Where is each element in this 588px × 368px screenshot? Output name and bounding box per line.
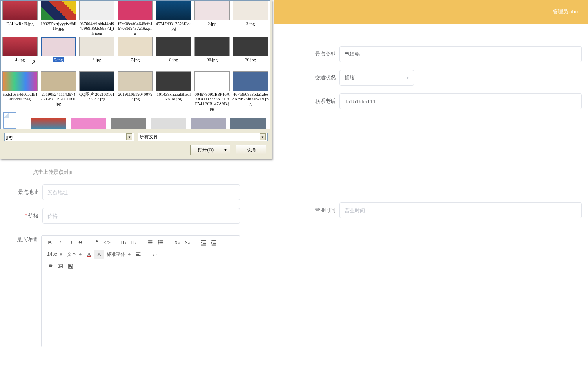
- hours-label: 营业时间: [308, 207, 336, 214]
- clear-icon[interactable]: Tx: [149, 250, 160, 259]
- file-item[interactable]: 3.jpg: [231, 1, 270, 37]
- file-item[interactable]: 201905241114297425856Z_1920_1080.jpg: [39, 71, 78, 113]
- file-name: 067604af1abb44fd947969f892c8b57d_th.jpeg: [79, 21, 115, 35]
- addr-input[interactable]: [42, 184, 240, 200]
- traffic-select[interactable]: 拥堵 ▾: [339, 70, 414, 86]
- dropdown-arrow-icon[interactable]: ▼: [260, 133, 266, 140]
- file-thumbnail: [118, 37, 153, 56]
- file-name: 467f3508a3bda1abed679b2bf87e671d.jpg: [232, 92, 269, 106]
- ul-icon[interactable]: [155, 238, 165, 247]
- file-thumbnail: [233, 1, 268, 20]
- file-name: QQ图片 20210316173042.jpg: [79, 92, 115, 101]
- file-thumbnail: [118, 1, 153, 20]
- editor-toolbar: B I U S ❝ </> H1 H2 X2 X2: [42, 236, 240, 272]
- strike-icon[interactable]: S: [75, 238, 85, 247]
- file-name: 201905241114297425856Z_1920_1080.jpg: [40, 92, 76, 106]
- file-open-dialog: D3LlwRaI6.jpg190255xftjyyyfvf8dl1lv.jpg0…: [0, 0, 272, 159]
- file-item[interactable]: 2.jpg: [193, 1, 231, 37]
- svg-point-4: [59, 265, 60, 266]
- file-item[interactable]: D3LlwRaI6.jpg: [1, 1, 39, 37]
- code-icon[interactable]: </>: [102, 238, 112, 247]
- file-browser-pane[interactable]: D3LlwRaI6.jpg190255xftjyyyfvf8dl1lv.jpg0…: [0, 0, 270, 129]
- file-name: 5b2cf6354d66adf54a66d40.jpeg: [2, 92, 38, 101]
- open-split-button: 打开(O) ▼: [190, 145, 230, 155]
- type-input[interactable]: [339, 46, 582, 62]
- editor-textarea[interactable]: [42, 272, 240, 347]
- file-item[interactable]: 190255xftjyyyfvf8dl1lv.jpg: [39, 1, 78, 37]
- hours-input[interactable]: [339, 202, 582, 218]
- open-button[interactable]: 打开(O): [190, 145, 221, 155]
- file-thumbnail: [233, 71, 268, 91]
- admin-label[interactable]: 管理员 abo: [553, 8, 578, 15]
- file-thumbnail: [156, 1, 191, 20]
- file-thumbnail: [194, 37, 230, 56]
- h2-icon[interactable]: H2: [129, 238, 139, 247]
- file-thumbnail: [2, 37, 38, 56]
- backcolor-icon[interactable]: A: [94, 250, 104, 259]
- dropdown-arrow-icon[interactable]: ▼: [126, 133, 132, 140]
- file-name: f7af06eaf04648efa19703fd9437a18a.png: [117, 21, 153, 35]
- app-header: 管理员 abo: [274, 0, 588, 24]
- file-name: 45747d8317576f3a.jpg: [156, 21, 192, 31]
- file-item[interactable]: 8.jpg: [154, 37, 193, 71]
- file-name: 7.jpg: [131, 57, 140, 62]
- align-icon[interactable]: [133, 250, 143, 259]
- file-thumbnail: [2, 1, 38, 20]
- file-item[interactable]: 20191105190400792.jpg: [116, 71, 154, 113]
- dialog-bottom-bar: jpg ▼ 所有文件 ▼ 打开(O) ▼ 取消: [0, 130, 272, 159]
- file-thumbnail: [2, 71, 38, 91]
- sup-icon[interactable]: X2: [182, 238, 192, 247]
- save-icon[interactable]: [65, 262, 75, 270]
- traffic-label: 交通状况: [308, 74, 336, 81]
- file-item[interactable]: 5.jpg: [39, 37, 78, 71]
- forecolor-icon[interactable]: A: [84, 250, 94, 259]
- file-thumbnail: [79, 37, 114, 56]
- file-thumbnail: [156, 37, 191, 56]
- file-item[interactable]: 101438xhaoal3hzolkb1lo.jpg: [154, 71, 193, 113]
- file-item[interactable]: 00497809CB8F46A7AAD977736C9_8FA41E0B_47A…: [193, 71, 231, 113]
- file-item[interactable]: QQ图片 20210316173042.jpg: [78, 71, 116, 113]
- filename-combo[interactable]: jpg ▼: [4, 133, 134, 141]
- outdent-icon[interactable]: [198, 238, 209, 247]
- indent-icon[interactable]: [209, 238, 219, 247]
- italic-icon[interactable]: I: [55, 238, 65, 247]
- file-item[interactable]: 6.jpg: [78, 37, 116, 71]
- filename-value: jpg: [6, 134, 13, 140]
- file-name: 5.jpg: [53, 57, 64, 62]
- fontfamily-select[interactable]: 标准字体◆: [104, 250, 133, 259]
- file-item[interactable]: 45747d8317576f3a.jpg: [154, 1, 193, 37]
- file-item[interactable]: 96.jpg: [193, 37, 231, 71]
- fontsize-select[interactable]: 14px◆: [45, 250, 65, 259]
- file-item[interactable]: 4..jpg: [1, 37, 39, 71]
- partial-thumbnails: [1, 118, 270, 129]
- open-dropdown-button[interactable]: ▼: [221, 145, 230, 155]
- phone-input[interactable]: [339, 93, 582, 109]
- file-name: 8.jpg: [169, 57, 178, 62]
- textblock-select[interactable]: 文本◆: [65, 250, 84, 259]
- file-item[interactable]: 7.jpg: [116, 37, 154, 71]
- file-item[interactable]: 467f3508a3bda1abed679b2bf87e671d.jpg: [231, 71, 270, 113]
- file-thumbnail: [79, 1, 114, 20]
- file-thumbnail: [156, 71, 191, 91]
- link-icon[interactable]: [45, 262, 55, 270]
- file-name: 00497809CB8F46A7AAD977736C9_8FA41E0B_47A…: [194, 92, 230, 111]
- file-thumbnail: [194, 1, 230, 20]
- quote-icon[interactable]: ❝: [92, 238, 102, 247]
- file-name: 20191105190400792.jpg: [117, 92, 153, 101]
- file-thumbnail: [41, 71, 76, 91]
- file-item[interactable]: 30.jpg: [231, 37, 270, 71]
- file-item[interactable]: 067604af1abb44fd947969f892c8b57d_th.jpeg: [78, 1, 116, 37]
- file-item[interactable]: f7af06eaf04648efa19703fd9437a18a.png: [116, 1, 154, 37]
- h1-icon[interactable]: H1: [118, 238, 129, 247]
- file-thumbnail: [41, 1, 76, 20]
- filter-combo[interactable]: 所有文件 ▼: [138, 133, 268, 141]
- file-name: 190255xftjyyyfvf8dl1lv.jpg: [40, 21, 76, 31]
- price-input[interactable]: [42, 208, 240, 224]
- ol-icon[interactable]: [145, 238, 155, 247]
- bold-icon[interactable]: B: [45, 238, 55, 247]
- cancel-button[interactable]: 取消: [236, 145, 266, 155]
- underline-icon[interactable]: U: [65, 238, 75, 247]
- image-icon[interactable]: [55, 262, 65, 270]
- sub-icon[interactable]: X2: [172, 238, 182, 247]
- file-item[interactable]: 5b2cf6354d66adf54a66d40.jpeg: [1, 71, 39, 113]
